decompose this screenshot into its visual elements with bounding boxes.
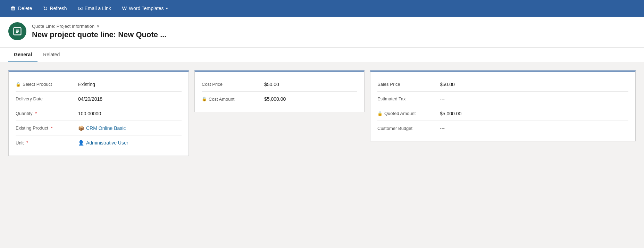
field-row-estimated-tax: Estimated Tax --- (377, 92, 628, 106)
field-row-quantity: Quantity * 100.00000 (16, 106, 182, 121)
field-row-existing-product: Existing Product * 📦 CRM Online Basic (16, 121, 182, 135)
customer-budget-label: Customer Budget (377, 126, 440, 131)
quoted-amount-value[interactable]: $5,000.00 (440, 111, 461, 116)
select-product-label: 🔒 Select Product (16, 82, 78, 87)
tab-general[interactable]: General (8, 48, 37, 62)
estimated-tax-label: Estimated Tax (377, 96, 440, 101)
sales-price-value[interactable]: $50.00 (440, 82, 455, 87)
refresh-label: Refresh (50, 6, 67, 11)
field-row-sales-price: Sales Price $50.00 (377, 77, 628, 92)
delete-label: Delete (18, 6, 32, 11)
toolbar: 🗑 Delete ↻ Refresh ✉ Email a Link W Word… (0, 0, 644, 17)
cards-row: 🔒 Select Product Existing Delivery Date … (8, 71, 636, 156)
delete-button[interactable]: 🗑 Delete (6, 2, 37, 14)
sales-price-label: Sales Price (377, 82, 440, 87)
delete-icon: 🗑 (10, 5, 16, 11)
unit-required-indicator: * (26, 140, 28, 145)
unit-link-icon: 👤 (78, 140, 84, 146)
field-row-cost-amount: 🔒 Cost Amount $5,000.00 (202, 92, 357, 106)
left-card: 🔒 Select Product Existing Delivery Date … (8, 71, 189, 156)
cost-amount-value[interactable]: $5,000.00 (264, 96, 286, 102)
cost-price-label: Cost Price (202, 82, 264, 87)
email-label: Email a Link (85, 6, 111, 11)
field-row-cost-price: Cost Price $50.00 (202, 77, 357, 92)
refresh-icon: ↻ (43, 5, 48, 12)
field-row-unit: Unit * 👤 Administrative User (16, 135, 182, 150)
right-card: Sales Price $50.00 Estimated Tax --- 🔒 Q… (370, 71, 636, 141)
select-product-value[interactable]: Existing (78, 82, 95, 87)
cost-amount-lock-icon: 🔒 (202, 97, 207, 101)
email-link-button[interactable]: ✉ Email a Link (73, 2, 116, 15)
header-text: Quote Line: Project Information ∨ New pr… (32, 24, 166, 39)
email-icon: ✉ (78, 5, 83, 12)
breadcrumb-chevron-icon: ∨ (97, 24, 100, 28)
word-icon: W (122, 6, 127, 11)
field-row-select-product: 🔒 Select Product Existing (16, 77, 182, 92)
cost-amount-label: 🔒 Cost Amount (202, 97, 264, 102)
page-title: New project quote line: New Quote ... (32, 30, 166, 39)
field-row-customer-budget: Customer Budget --- (377, 121, 628, 135)
quoted-amount-label: 🔒 Quoted Amount (377, 111, 440, 116)
breadcrumb[interactable]: Quote Line: Project Information ∨ (32, 24, 166, 29)
customer-budget-value[interactable]: --- (440, 125, 445, 131)
word-templates-button[interactable]: W Word Templates ▾ (117, 3, 173, 14)
word-templates-chevron-icon: ▾ (166, 6, 168, 11)
estimated-tax-value[interactable]: --- (440, 96, 445, 102)
existing-product-label: Existing Product * (16, 125, 78, 131)
delivery-date-label: Delivery Date (16, 96, 78, 101)
field-row-quoted-amount: 🔒 Quoted Amount $5,000.00 (377, 106, 628, 121)
mid-card: Cost Price $50.00 🔒 Cost Amount $5,000.0… (194, 71, 365, 112)
quantity-required-indicator: * (35, 111, 37, 116)
entity-icon (8, 22, 26, 40)
refresh-button[interactable]: ↻ Refresh (38, 2, 72, 15)
quoted-amount-lock-icon: 🔒 (377, 111, 383, 116)
cost-price-value[interactable]: $50.00 (264, 82, 279, 87)
product-link-icon: 📦 (78, 125, 84, 131)
unit-label: Unit * (16, 140, 78, 146)
delivery-date-value[interactable]: 04/20/2018 (78, 96, 102, 102)
quantity-value[interactable]: 100.00000 (78, 111, 101, 116)
header-area: Quote Line: Project Information ∨ New pr… (0, 17, 644, 48)
word-templates-label: Word Templates (129, 6, 164, 11)
field-row-delivery-date: Delivery Date 04/20/2018 (16, 92, 182, 106)
unit-value[interactable]: 👤 Administrative User (78, 140, 128, 146)
lock-icon: 🔒 (16, 82, 21, 87)
tabs-area: General Related (0, 48, 644, 62)
existing-product-required-indicator: * (51, 126, 53, 131)
breadcrumb-text: Quote Line: Project Information (32, 24, 94, 29)
tab-related[interactable]: Related (37, 48, 65, 62)
existing-product-value[interactable]: 📦 CRM Online Basic (78, 125, 126, 131)
main-content: 🔒 Select Product Existing Delivery Date … (0, 62, 644, 241)
quantity-label: Quantity * (16, 111, 78, 116)
